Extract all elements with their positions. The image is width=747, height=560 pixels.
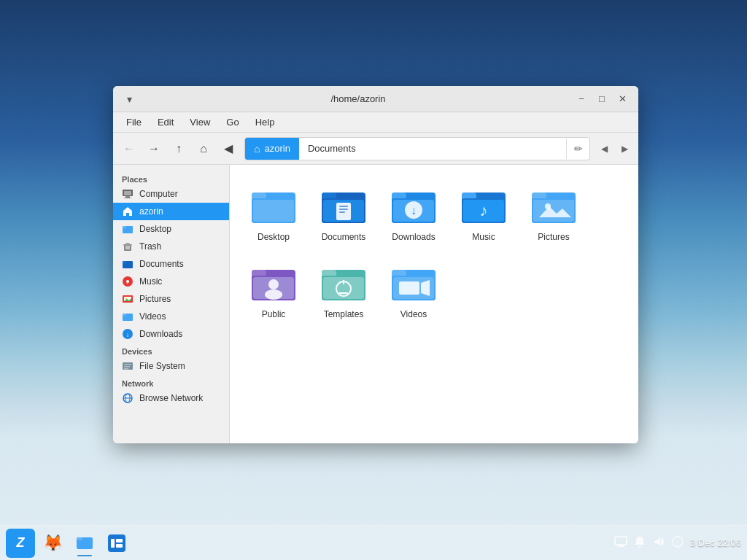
taskbar-left: Z 🦊 — [6, 529, 614, 558]
svg-rect-27 — [124, 368, 128, 370]
minimize-button[interactable]: − — [573, 90, 590, 108]
svg-rect-82 — [111, 539, 115, 548]
maximize-button[interactable]: □ — [593, 90, 611, 108]
svg-rect-40 — [339, 206, 348, 207]
sidebar-item-azorin[interactable]: azorin — [113, 203, 229, 220]
menu-help[interactable]: Help — [248, 115, 282, 129]
file-item-templates[interactable]: Templates — [311, 254, 376, 325]
public-folder-icon-grid — [250, 260, 297, 306]
file-item-music[interactable]: ♪ Music — [452, 176, 516, 248]
taskbar-app-files[interactable] — [70, 529, 99, 558]
menu-go[interactable]: Go — [219, 115, 246, 129]
svg-point-19 — [125, 298, 127, 300]
computer-icon — [122, 188, 133, 200]
svg-rect-85 — [615, 537, 627, 545]
sidebar-item-desktop[interactable]: Desktop — [113, 220, 229, 238]
sidebar-documents-label: Documents — [139, 259, 184, 269]
svg-rect-77 — [399, 281, 419, 295]
menu-view[interactable]: View — [182, 115, 217, 129]
sidebar-pictures-label: Pictures — [139, 294, 171, 304]
taskbar-notification-icon[interactable] — [633, 535, 646, 551]
sidebar-item-videos[interactable]: Videos — [113, 308, 229, 325]
pathbar-edit-button[interactable]: ✏ — [566, 139, 589, 159]
downloads-folder-icon-grid: ↓ — [390, 182, 437, 229]
azorin-home-icon — [122, 206, 133, 217]
taskbar-app-settings[interactable] — [102, 529, 131, 558]
path-segment-documents-label: Documents — [308, 143, 356, 154]
svg-rect-13 — [123, 261, 126, 263]
toggle-sidebar-button[interactable]: ◀ — [217, 137, 240, 160]
svg-rect-25 — [124, 364, 131, 365]
svg-rect-81 — [108, 534, 125, 552]
home-button[interactable]: ⌂ — [192, 137, 215, 160]
taskbar-volume-icon[interactable] — [652, 535, 665, 551]
svg-rect-42 — [339, 211, 345, 213]
file-item-desktop[interactable]: Desktop — [241, 176, 306, 248]
taskbar: Z 🦊 — [0, 525, 747, 560]
taskbar-desktop-icon[interactable] — [614, 535, 627, 551]
file-item-pictures[interactable]: Pictures — [522, 176, 586, 248]
videos-label: Videos — [400, 309, 427, 319]
sidebar-item-computer[interactable]: Computer — [113, 185, 229, 203]
path-segment-home[interactable]: ⌂ azorin — [245, 138, 299, 160]
pathbar-next-button[interactable]: ▶ — [615, 137, 634, 160]
file-item-downloads[interactable]: ↓ Downloads — [382, 176, 446, 248]
desktop-folder-icon — [122, 223, 133, 235]
trash-icon — [122, 241, 133, 252]
pathbar-prev-button[interactable]: ◀ — [595, 137, 614, 160]
path-segment-documents[interactable]: Documents — [299, 138, 365, 160]
filesystem-icon — [122, 360, 133, 372]
templates-label: Templates — [324, 309, 364, 319]
menu-file[interactable]: File — [119, 115, 149, 129]
content-area: Places Computer azorin Desktop — [113, 165, 638, 443]
pictures-folder-icon-grid — [530, 182, 577, 229]
documents-label: Documents — [322, 232, 366, 242]
pictures-icon — [122, 293, 133, 305]
svg-rect-1 — [124, 191, 131, 195]
sidebar-item-music[interactable]: ♪ Music — [113, 273, 229, 290]
taskbar-app-firefox[interactable]: 🦊 — [38, 529, 67, 558]
path-segment-home-label: azorin — [264, 143, 290, 154]
svg-rect-84 — [116, 544, 123, 548]
sidebar-item-trash[interactable]: Trash — [113, 238, 229, 255]
svg-rect-26 — [124, 366, 130, 368]
pictures-label: Pictures — [538, 232, 569, 242]
titlebar: ▾ /home/azorin − □ ✕ — [113, 86, 638, 112]
documents-folder-icon — [122, 258, 133, 270]
back-button[interactable]: ← — [117, 137, 141, 160]
svg-text:↑: ↑ — [676, 537, 680, 546]
up-button[interactable]: ↑ — [167, 137, 190, 160]
file-manager-window: ▾ /home/azorin − □ ✕ File Edit View Go H… — [113, 86, 638, 443]
sidebar-item-pictures[interactable]: Pictures — [113, 290, 229, 308]
taskbar-update-icon[interactable]: ↑ — [671, 535, 684, 551]
sidebar-item-filesystem[interactable]: File System — [113, 357, 229, 375]
close-button[interactable]: ✕ — [614, 90, 631, 108]
window-title: /home/azorin — [144, 93, 573, 104]
taskbar-right: ↑ 3 Dec 22:06 — [614, 535, 741, 551]
file-item-documents[interactable]: Documents — [311, 176, 376, 248]
public-label: Public — [262, 309, 286, 319]
svg-rect-87 — [617, 546, 624, 547]
network-icon — [122, 392, 133, 404]
svg-rect-80 — [77, 537, 82, 540]
svg-rect-83 — [116, 539, 123, 542]
taskbar-app-zorin-menu[interactable]: Z — [6, 529, 35, 558]
downloads-label: Downloads — [392, 232, 435, 242]
file-item-videos[interactable]: Videos — [382, 254, 446, 325]
music-label: Music — [472, 232, 495, 242]
forward-button[interactable]: → — [142, 137, 166, 160]
taskbar-clock: 3 Dec 22:06 — [690, 537, 741, 548]
menu-edit[interactable]: Edit — [150, 115, 181, 129]
downloads-icon: ↓ — [122, 328, 133, 340]
titlebar-menu-button[interactable]: ▾ — [120, 90, 138, 108]
svg-text:♪: ♪ — [126, 279, 129, 285]
music-icon: ♪ — [122, 276, 133, 287]
svg-rect-86 — [619, 545, 623, 546]
svg-marker-89 — [654, 537, 660, 546]
sidebar-item-downloads[interactable]: ↓ Downloads — [113, 325, 229, 343]
sidebar-item-browse-network[interactable]: Browse Network — [113, 389, 229, 407]
sidebar-item-documents[interactable]: Documents — [113, 255, 229, 273]
sidebar-videos-label: Videos — [139, 311, 166, 322]
sidebar-filesystem-label: File System — [139, 361, 185, 371]
file-item-public[interactable]: Public — [241, 254, 306, 325]
